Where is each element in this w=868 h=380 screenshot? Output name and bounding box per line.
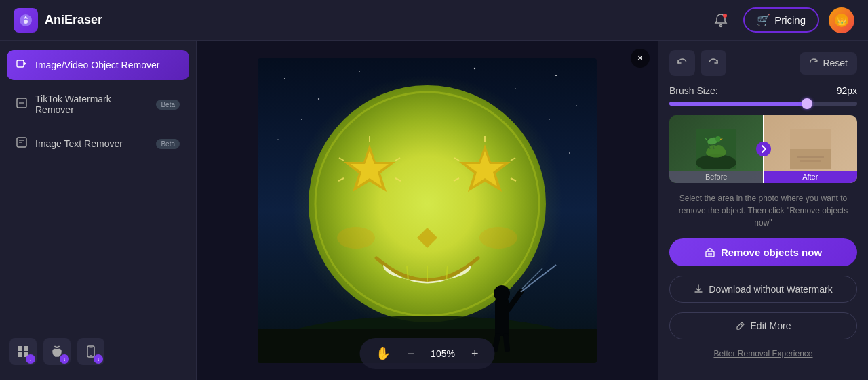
zoom-level: 105% (428, 348, 458, 359)
panel-toolbar: Reset (669, 50, 857, 76)
svg-point-32 (549, 119, 550, 120)
right-panel: Reset Brush Size: 92px (658, 41, 868, 380)
svg-rect-78 (800, 160, 821, 162)
sidebar-items: Image/Video Object Remover TikTok Waterm… (7, 50, 189, 159)
svg-point-4 (723, 14, 727, 18)
svg-point-2 (24, 20, 28, 24)
svg-rect-77 (797, 156, 824, 158)
edit-icon (736, 321, 745, 331)
ios-download-badge: ↓ (94, 354, 103, 364)
svg-point-3 (720, 24, 722, 26)
close-button[interactable]: × (631, 49, 650, 68)
brush-header: Brush Size: 92px (669, 85, 857, 96)
canvas-svg (258, 58, 597, 363)
svg-point-19 (90, 355, 92, 356)
brush-size-label: Brush Size: (669, 85, 718, 96)
svg-rect-15 (24, 346, 28, 351)
preview-before-image (696, 129, 736, 169)
pricing-button[interactable]: 🛒 Pricing (743, 7, 819, 33)
bell-icon (713, 13, 728, 28)
svg-point-57 (337, 227, 375, 249)
undo-button[interactable] (669, 50, 695, 76)
logo-icon (14, 8, 38, 33)
svg-point-28 (555, 75, 557, 76)
mac-download-button[interactable]: ↓ (43, 338, 71, 365)
close-icon: × (637, 52, 643, 64)
reset-icon (809, 58, 818, 69)
cart-icon: 🛒 (757, 14, 770, 26)
brush-size-value: 92px (837, 85, 857, 96)
avatar-icon: 👑 (834, 13, 849, 28)
canvas-toolbar: ✋ − 105% + (359, 338, 494, 369)
sidebar-item-image-video-remover[interactable]: Image/Video Object Remover (7, 50, 189, 80)
windows-download-button[interactable]: ↓ (9, 338, 37, 365)
ios-download-button[interactable]: ↓ (77, 338, 104, 365)
reset-label: Reset (823, 58, 848, 68)
sidebar-item-label-1: Image/Video Object Remover (35, 60, 180, 70)
svg-rect-76 (790, 149, 831, 169)
preview-arrow (756, 142, 771, 156)
svg-line-64 (495, 336, 498, 350)
after-label: After (764, 171, 858, 183)
header-left: AniEraser (14, 8, 102, 33)
notification-button[interactable] (708, 7, 734, 33)
sidebar: Image/Video Object Remover TikTok Waterm… (0, 41, 197, 380)
svg-rect-16 (18, 352, 22, 357)
instruction-text: Select the area in the photo where you w… (669, 192, 857, 229)
canvas-area[interactable]: × (197, 41, 658, 380)
edit-more-button[interactable]: Edit More (669, 312, 857, 339)
app-title: AniEraser (45, 13, 102, 27)
svg-rect-61 (495, 299, 509, 336)
remove-objects-button[interactable]: Remove objects now (669, 238, 857, 266)
redo-button[interactable] (701, 50, 726, 76)
preview-after-image (790, 129, 831, 169)
remove-objects-label: Remove objects now (721, 247, 822, 258)
zoom-minus-icon: − (407, 347, 414, 361)
reset-button[interactable]: Reset (800, 52, 857, 75)
zoom-plus-icon: + (471, 347, 479, 361)
svg-rect-7 (17, 60, 24, 67)
download-label: Download without Watermark (709, 284, 832, 295)
redo-icon (708, 58, 719, 68)
tiktok-icon (16, 98, 27, 111)
svg-point-62 (494, 285, 510, 301)
svg-point-71 (715, 136, 721, 142)
svg-point-24 (359, 71, 360, 72)
canvas-image (258, 58, 597, 363)
svg-point-26 (474, 67, 475, 68)
svg-point-58 (479, 227, 517, 249)
zoom-in-button[interactable]: + (469, 344, 481, 364)
svg-line-83 (741, 324, 743, 326)
svg-marker-8 (24, 62, 26, 66)
brush-section: Brush Size: 92px (669, 85, 857, 106)
beta-badge-tiktok: Beta (156, 100, 180, 110)
beta-badge-text: Beta (156, 139, 180, 149)
download-button[interactable]: Download without Watermark (669, 276, 857, 303)
svg-point-33 (301, 119, 302, 120)
sidebar-item-label-2: TikTok Watermark Remover (35, 93, 148, 115)
undo-icon (677, 58, 688, 68)
hand-tool-button[interactable]: ✋ (373, 343, 393, 364)
svg-line-65 (506, 336, 507, 350)
video-icon (16, 58, 27, 72)
preview-image: Before After (669, 115, 857, 183)
svg-point-37 (309, 85, 546, 322)
sidebar-footer: ↓ ↓ ↓ (7, 333, 189, 371)
edit-more-label: Edit More (751, 320, 791, 331)
download-icon (694, 284, 703, 294)
svg-point-29 (576, 105, 577, 106)
sidebar-item-image-text-remover[interactable]: Image Text Remover Beta (7, 129, 189, 159)
brush-size-slider[interactable] (669, 102, 857, 106)
sidebar-item-tiktok-remover[interactable]: TikTok Watermark Remover Beta (7, 85, 189, 123)
better-removal-link[interactable]: Better Removal Experience (669, 349, 857, 358)
pricing-label: Pricing (774, 14, 806, 26)
avatar[interactable]: 👑 (829, 7, 854, 33)
zoom-out-button[interactable]: − (404, 344, 417, 364)
header: AniEraser 🛒 Pricing 👑 (0, 0, 868, 41)
main-body: Image/Video Object Remover TikTok Waterm… (0, 41, 868, 380)
svg-rect-14 (18, 346, 22, 351)
windows-download-badge: ↓ (26, 354, 35, 364)
text-remover-icon (16, 137, 27, 150)
remove-icon (705, 247, 715, 258)
preview-section: Before After (669, 115, 857, 183)
